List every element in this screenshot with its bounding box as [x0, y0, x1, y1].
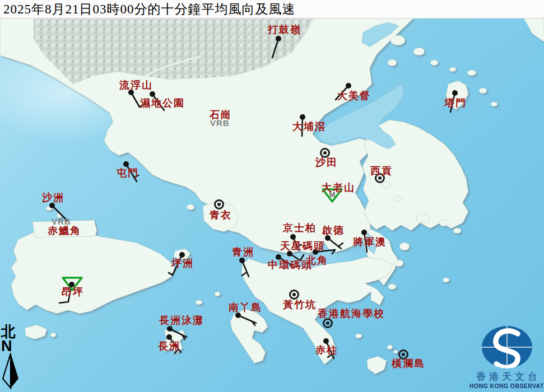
- hko-logo-chinese-name: 香港天文台: [469, 372, 544, 382]
- hko-logo-icon: [476, 324, 538, 371]
- station-label: 橫瀾島: [392, 358, 425, 368]
- station-label: 流浮山: [119, 80, 153, 90]
- station-label: 黃竹坑: [283, 300, 317, 310]
- station-label: 南丫島: [229, 302, 262, 312]
- station-label: 大美督: [337, 91, 371, 101]
- station-label: 昂坪: [62, 287, 84, 297]
- north-indicator: 北 N: [1, 325, 24, 390]
- compass-needle-icon: [1, 353, 21, 390]
- wind-map-page: M 打鼓嶺流浮山濕地公園石崗VRB大美督塔門大埔滘沙田西貢屯門大老山沙洲赤鱲角V…: [0, 0, 544, 392]
- station-label: 長洲泳灘: [159, 315, 204, 325]
- station-label: 沙田: [315, 157, 338, 167]
- station-label: 沙洲: [42, 193, 64, 203]
- station-label: 長洲: [158, 341, 180, 351]
- station-label: 濕地公園: [140, 98, 185, 108]
- vrb-wind-label: VRB: [210, 119, 230, 127]
- station-label: 將軍澳: [353, 237, 387, 247]
- station-labels-layer: 打鼓嶺流浮山濕地公園石崗VRB大美督塔門大埔滘沙田西貢屯門大老山沙洲赤鱲角VRB…: [0, 0, 544, 392]
- station-label: 京士柏: [283, 223, 317, 233]
- station-label: 西貢: [370, 166, 393, 176]
- station-label: 北角: [306, 255, 328, 265]
- station-label: 天星碼頭: [280, 241, 325, 251]
- station-label: 屯門: [117, 168, 139, 178]
- hko-logo-english-name: HONG KONG OBSERVATORY: [469, 382, 544, 390]
- station-label: 打鼓嶺: [268, 25, 301, 35]
- station-label: 赤柱: [315, 345, 338, 355]
- vrb-wind-label: VRB: [52, 217, 71, 226]
- station-label: 大老山: [322, 183, 355, 193]
- station-label: 青衣: [210, 210, 232, 220]
- north-letter-label: N: [1, 339, 24, 354]
- station-label: 香港航海學校: [318, 309, 385, 319]
- map-title: 2025年8月21日03時00分的十分鐘平均風向及風速: [0, 1, 296, 18]
- station-label: 青洲: [232, 247, 254, 257]
- station-label: 大埔滘: [292, 122, 326, 132]
- station-label: 赤鱲角: [48, 226, 81, 236]
- hko-logo: 香港天文台 HONG KONG OBSERVATORY: [469, 324, 544, 389]
- title-bar: 2025年8月21日03時00分的十分鐘平均風向及風速: [0, 0, 544, 18]
- station-label: 坪洲: [171, 258, 194, 268]
- station-label: 啟德: [322, 225, 345, 235]
- station-label: 塔門: [444, 98, 467, 108]
